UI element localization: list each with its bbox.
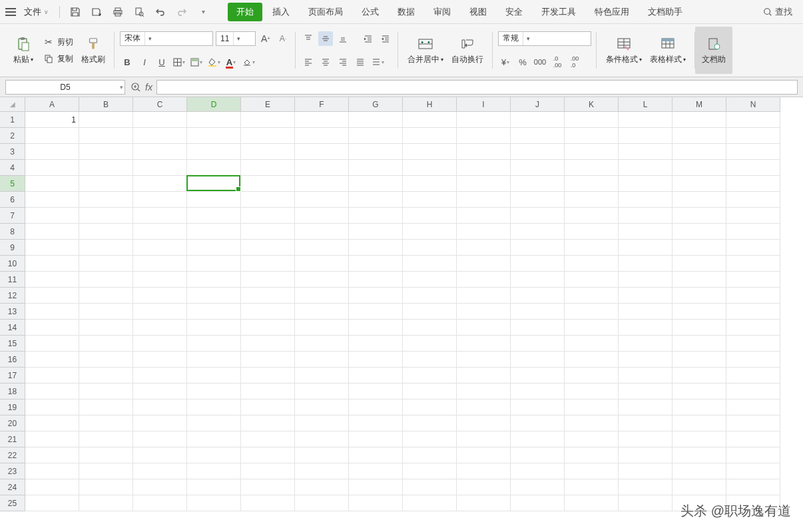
cell-L14[interactable] bbox=[619, 320, 672, 336]
row-header-8[interactable]: 8 bbox=[0, 224, 25, 240]
cell-M4[interactable] bbox=[672, 160, 726, 176]
cell-M5[interactable] bbox=[672, 176, 726, 192]
cell-C7[interactable] bbox=[133, 208, 187, 224]
cell-I21[interactable] bbox=[457, 431, 511, 447]
cell-J23[interactable] bbox=[511, 463, 565, 479]
copy-button[interactable]: 复制 bbox=[40, 51, 76, 67]
table-style-button[interactable]: 表格样式▾ bbox=[646, 34, 690, 67]
cell-K23[interactable] bbox=[565, 463, 619, 479]
cell-J11[interactable] bbox=[511, 272, 565, 288]
cell-F6[interactable] bbox=[295, 192, 349, 208]
row-header-24[interactable]: 24 bbox=[0, 479, 25, 495]
hamburger-icon[interactable] bbox=[5, 8, 16, 16]
cell-A25[interactable] bbox=[25, 495, 79, 511]
cell-A6[interactable] bbox=[25, 192, 79, 208]
name-box[interactable]: D5 ▾ bbox=[5, 80, 125, 95]
cell-A19[interactable] bbox=[25, 399, 79, 415]
cell-B20[interactable] bbox=[79, 415, 133, 431]
cell-E2[interactable] bbox=[241, 128, 295, 144]
row-header-23[interactable]: 23 bbox=[0, 463, 25, 479]
cell-M14[interactable] bbox=[672, 320, 726, 336]
cell-J14[interactable] bbox=[511, 320, 565, 336]
formula-input[interactable] bbox=[156, 80, 798, 95]
cell-H14[interactable] bbox=[403, 320, 457, 336]
cell-F9[interactable] bbox=[295, 240, 349, 256]
cell-F11[interactable] bbox=[295, 272, 349, 288]
cell-C18[interactable] bbox=[133, 384, 187, 399]
cell-F21[interactable] bbox=[295, 431, 349, 447]
cell-N16[interactable] bbox=[726, 352, 780, 368]
cell-G12[interactable] bbox=[349, 288, 403, 304]
cell-J7[interactable] bbox=[511, 208, 565, 224]
cell-K2[interactable] bbox=[565, 128, 619, 144]
cell-I24[interactable] bbox=[457, 479, 511, 495]
row-header-16[interactable]: 16 bbox=[0, 352, 25, 368]
cell-G9[interactable] bbox=[349, 240, 403, 256]
cell-N23[interactable] bbox=[726, 463, 780, 479]
cell-M19[interactable] bbox=[672, 399, 726, 415]
cell-I16[interactable] bbox=[457, 352, 511, 368]
cell-L16[interactable] bbox=[619, 352, 672, 368]
cell-F24[interactable] bbox=[295, 479, 349, 495]
cell-F8[interactable] bbox=[295, 224, 349, 240]
cell-C10[interactable] bbox=[133, 256, 187, 272]
cell-B4[interactable] bbox=[79, 160, 133, 176]
cell-K15[interactable] bbox=[565, 336, 619, 352]
font-color-button[interactable]: A bbox=[224, 55, 238, 69]
chevron-down-icon[interactable]: ▾ bbox=[523, 32, 533, 45]
cell-B6[interactable] bbox=[79, 192, 133, 208]
cell-F19[interactable] bbox=[295, 399, 349, 415]
cell-G4[interactable] bbox=[349, 160, 403, 176]
cell-J16[interactable] bbox=[511, 352, 565, 368]
cell-J5[interactable] bbox=[511, 176, 565, 192]
align-bottom-button[interactable] bbox=[336, 31, 350, 46]
tab-data[interactable]: 数据 bbox=[389, 3, 423, 21]
cell-K19[interactable] bbox=[565, 399, 619, 415]
cell-A24[interactable] bbox=[25, 479, 79, 495]
col-header-M[interactable]: M bbox=[672, 97, 726, 112]
cell-D4[interactable] bbox=[187, 160, 241, 176]
cell-L11[interactable] bbox=[619, 272, 672, 288]
tab-insert[interactable]: 插入 bbox=[264, 3, 298, 21]
cell-M13[interactable] bbox=[672, 304, 726, 320]
cell-H5[interactable] bbox=[403, 176, 457, 192]
align-left-button[interactable] bbox=[301, 55, 316, 69]
cell-D16[interactable] bbox=[187, 352, 241, 368]
row-header-7[interactable]: 7 bbox=[0, 208, 25, 224]
row-header-15[interactable]: 15 bbox=[0, 336, 25, 352]
cell-B14[interactable] bbox=[79, 320, 133, 336]
cell-C20[interactable] bbox=[133, 415, 187, 431]
cell-A9[interactable] bbox=[25, 240, 79, 256]
cell-C11[interactable] bbox=[133, 272, 187, 288]
cell-L4[interactable] bbox=[619, 160, 672, 176]
cell-L13[interactable] bbox=[619, 304, 672, 320]
cell-H6[interactable] bbox=[403, 192, 457, 208]
cell-K12[interactable] bbox=[565, 288, 619, 304]
cell-K25[interactable] bbox=[565, 495, 619, 511]
cell-D14[interactable] bbox=[187, 320, 241, 336]
cell-F22[interactable] bbox=[295, 447, 349, 463]
cell-E16[interactable] bbox=[241, 352, 295, 368]
cell-H12[interactable] bbox=[403, 288, 457, 304]
cell-J8[interactable] bbox=[511, 224, 565, 240]
cell-E17[interactable] bbox=[241, 368, 295, 384]
cell-N5[interactable] bbox=[726, 176, 780, 192]
cell-G13[interactable] bbox=[349, 304, 403, 320]
cell-K14[interactable] bbox=[565, 320, 619, 336]
cell-I3[interactable] bbox=[457, 144, 511, 160]
cell-L10[interactable] bbox=[619, 256, 672, 272]
cell-I12[interactable] bbox=[457, 288, 511, 304]
cell-B7[interactable] bbox=[79, 208, 133, 224]
row-header-13[interactable]: 13 bbox=[0, 304, 25, 320]
increase-indent-button[interactable] bbox=[378, 31, 393, 46]
cell-B3[interactable] bbox=[79, 144, 133, 160]
cell-H15[interactable] bbox=[403, 336, 457, 352]
cell-C2[interactable] bbox=[133, 128, 187, 144]
save-button[interactable] bbox=[67, 3, 84, 21]
row-header-25[interactable]: 25 bbox=[0, 495, 25, 511]
row-header-18[interactable]: 18 bbox=[0, 384, 25, 399]
cell-M2[interactable] bbox=[672, 128, 726, 144]
cell-E1[interactable] bbox=[241, 112, 295, 128]
cell-L15[interactable] bbox=[619, 336, 672, 352]
print-button[interactable] bbox=[109, 3, 127, 21]
